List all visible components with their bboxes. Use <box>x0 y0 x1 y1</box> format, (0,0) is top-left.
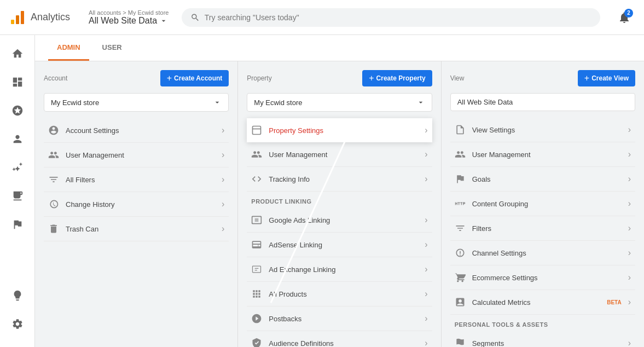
sidebar-item-dashboard[interactable] <box>4 69 31 95</box>
filters-icon <box>455 223 466 234</box>
account-dropdown-arrow <box>213 98 222 107</box>
view-user-mgmt-arrow: › <box>628 149 631 159</box>
tracking-info-arrow: › <box>425 174 427 184</box>
goals-icon <box>455 174 466 184</box>
change-history-item[interactable]: Change History › <box>44 192 229 217</box>
content-grouping-icon <box>455 198 466 209</box>
tracking-info-icon <box>251 174 262 184</box>
sidebar-item-behavior[interactable] <box>4 183 31 209</box>
calculated-metrics-item[interactable]: Calculated Metrics BETA › <box>450 290 635 315</box>
sidebar-item-reports[interactable] <box>4 97 31 124</box>
search-bar[interactable] <box>182 8 600 27</box>
audience-definitions-label: Audience Definitions <box>269 339 418 348</box>
property-user-management-item[interactable]: User Management › <box>247 142 432 167</box>
chevron-down-icon <box>159 16 168 25</box>
tab-admin[interactable]: ADMIN <box>48 36 89 61</box>
sidebar-item-admin[interactable] <box>4 311 31 337</box>
postbacks-item[interactable]: Postbacks › <box>247 306 432 331</box>
trash-can-item[interactable]: Trash Can › <box>44 217 229 241</box>
postbacks-icon <box>251 313 262 324</box>
property-dropdown[interactable]: My Ecwid store <box>247 93 432 112</box>
breadcrumb: All accounts > My Ecwid store <box>89 9 169 16</box>
all-products-item[interactable]: All Products › <box>247 282 432 306</box>
all-filters-item[interactable]: All Filters › <box>44 167 229 192</box>
trash-can-arrow: › <box>222 224 224 234</box>
sidebar <box>0 35 35 347</box>
calculated-metrics-label: Calculated Metrics <box>472 298 599 306</box>
create-property-button[interactable]: + Create Property <box>362 70 432 86</box>
create-view-button[interactable]: + Create View <box>578 70 635 86</box>
ad-exchange-item[interactable]: Ad Exchange Linking › <box>247 257 432 282</box>
account-settings-item[interactable]: Account Settings › <box>44 118 229 143</box>
analytics-logo <box>9 9 26 26</box>
filters-arrow: › <box>628 223 631 233</box>
channel-settings-item[interactable]: Channel Settings › <box>450 241 635 265</box>
view-col-label: View <box>450 74 465 82</box>
account-settings-arrow: › <box>222 125 224 135</box>
svg-rect-5 <box>253 266 261 273</box>
notification-button[interactable]: 2 <box>613 7 635 28</box>
property-settings-icon <box>251 125 262 136</box>
account-column: Account + Create Account My Ecwid store … <box>35 61 238 347</box>
user-management-item[interactable]: User Management › <box>44 143 229 167</box>
trash-can-label: Trash Can <box>66 225 215 233</box>
sidebar-item-discover[interactable] <box>4 282 31 309</box>
view-settings-item[interactable]: View Settings › <box>450 118 635 142</box>
tracking-info-item[interactable]: Tracking Info › <box>247 167 432 192</box>
calculated-metrics-icon <box>455 297 466 308</box>
filters-item[interactable]: Filters › <box>450 216 635 241</box>
account-selector[interactable]: All accounts > My Ecwid store All Web Si… <box>89 9 169 26</box>
tracking-info-label: Tracking Info <box>269 175 418 183</box>
google-ads-arrow: › <box>425 215 427 225</box>
view-dropdown[interactable]: All Web Site Data <box>450 93 635 111</box>
tab-user[interactable]: USER <box>94 36 131 61</box>
property-col-header: Property + Create Property <box>247 70 432 86</box>
sidebar-item-home[interactable] <box>4 41 31 67</box>
sidebar-bottom <box>4 281 31 343</box>
sidebar-item-acquisition[interactable] <box>4 154 31 181</box>
audience-definitions-item[interactable]: Audience Definitions › <box>247 331 432 347</box>
google-ads-item[interactable]: Google Ads Linking › <box>247 208 432 233</box>
view-column: View + Create View All Web Site Data Vie… <box>442 61 644 347</box>
user-management-arrow: › <box>222 150 224 160</box>
property-col-label: Property <box>247 74 271 82</box>
ecommerce-settings-item[interactable]: Ecommerce Settings › <box>450 265 635 290</box>
all-filters-label: All Filters <box>66 176 215 184</box>
segments-item[interactable]: Segments › <box>450 331 635 347</box>
account-dropdown[interactable]: My Ecwid store <box>44 93 229 112</box>
account-settings-label: Account Settings <box>66 126 215 135</box>
property-column: Property + Create Property My Ecwid stor… <box>238 61 441 347</box>
content-grouping-item[interactable]: Content Grouping › <box>450 192 635 216</box>
account-title-dropdown[interactable]: All Web Site Data <box>89 16 169 26</box>
goals-item[interactable]: Goals › <box>450 167 635 192</box>
admin-columns: Account + Create Account My Ecwid store … <box>35 61 644 347</box>
svg-rect-2 <box>21 11 24 24</box>
goals-arrow: › <box>628 174 631 184</box>
view-user-mgmt-icon <box>455 149 466 160</box>
view-user-mgmt-item[interactable]: User Management › <box>450 142 635 167</box>
channel-settings-icon <box>455 247 466 258</box>
logo-area: Analytics <box>9 9 80 26</box>
all-products-arrow: › <box>425 289 427 299</box>
search-input[interactable] <box>205 13 591 22</box>
user-management-label: User Management <box>66 151 215 159</box>
product-linking-label: PRODUCT LINKING <box>247 192 432 208</box>
adsense-arrow: › <box>425 240 427 250</box>
sidebar-item-conversions[interactable] <box>4 211 31 238</box>
beta-badge: BETA <box>607 299 621 305</box>
property-settings-item[interactable]: Property Settings › <box>247 118 432 142</box>
ad-exchange-icon <box>251 264 262 275</box>
view-settings-label: View Settings <box>472 126 622 134</box>
svg-rect-1 <box>16 15 19 24</box>
create-account-button[interactable]: + Create Account <box>160 70 229 86</box>
account-dropdown-value: My Ecwid store <box>51 99 99 107</box>
adsense-icon <box>251 239 262 250</box>
tabs-bar: ADMIN USER <box>35 35 644 61</box>
sidebar-item-audience[interactable] <box>4 126 31 152</box>
account-title-text: All Web Site Data <box>89 16 157 26</box>
change-history-label: Change History <box>66 200 215 209</box>
account-col-label: Account <box>44 74 67 82</box>
adsense-item[interactable]: AdSense Linking › <box>247 233 432 257</box>
ecommerce-label: Ecommerce Settings <box>472 274 622 282</box>
svg-rect-3 <box>253 126 261 135</box>
